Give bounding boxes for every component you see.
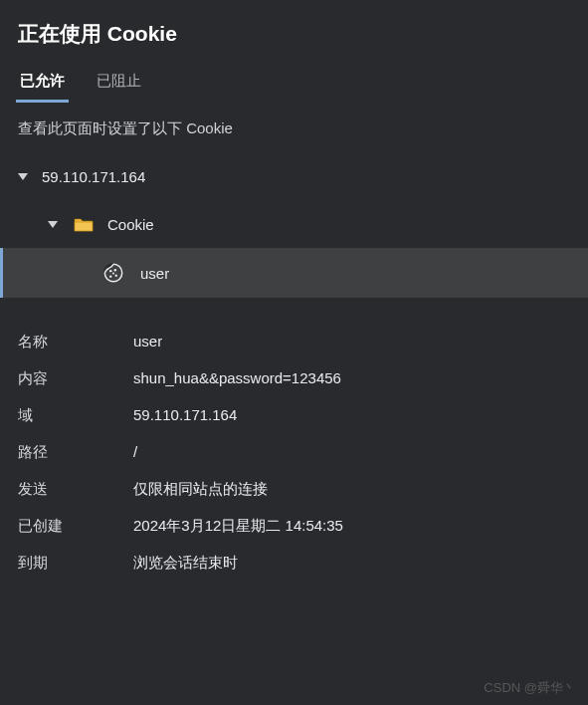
detail-label: 发送 (18, 480, 133, 499)
tree-folder-label: Cookie (107, 216, 154, 233)
description-text: 查看此页面时设置了以下 Cookie (0, 104, 588, 152)
detail-value: 59.110.171.164 (133, 406, 237, 425)
detail-value: user (133, 333, 162, 352)
detail-row-domain: 域 59.110.171.164 (18, 397, 570, 434)
cookie-details: 名称 user 内容 shun_hua&&password=123456 域 5… (0, 298, 588, 599)
detail-label: 内容 (18, 369, 133, 388)
detail-row-send: 发送 仅限相同站点的连接 (18, 471, 570, 508)
detail-label: 名称 (18, 333, 133, 352)
folder-icon (74, 216, 94, 232)
detail-label: 已创建 (18, 517, 133, 536)
dialog-title: 正在使用 Cookie (0, 0, 588, 62)
detail-row-name: 名称 user (18, 324, 570, 360)
detail-value: / (133, 443, 137, 462)
expand-triangle-icon (48, 221, 58, 228)
tree-domain-label: 59.110.171.164 (42, 168, 145, 185)
detail-row-expires: 到期 浏览会话结束时 (18, 545, 570, 582)
detail-value: 仅限相同站点的连接 (133, 480, 268, 499)
tab-blocked[interactable]: 已阻止 (95, 62, 143, 103)
detail-value: 浏览会话结束时 (133, 554, 238, 573)
tree-domain-row[interactable]: 59.110.171.164 (0, 152, 588, 200)
svg-point-1 (109, 270, 111, 272)
cookie-icon (102, 262, 124, 284)
svg-point-5 (112, 272, 114, 274)
cookie-tree: 59.110.171.164 Cookie user (0, 152, 588, 298)
svg-point-2 (114, 269, 116, 271)
detail-row-content: 内容 shun_hua&&password=123456 (18, 360, 570, 397)
tree-folder-row[interactable]: Cookie (0, 200, 588, 248)
expand-triangle-icon (18, 173, 28, 180)
detail-label: 到期 (18, 554, 133, 573)
tree-cookie-label: user (140, 265, 169, 282)
tree-cookie-row[interactable]: user (0, 248, 588, 298)
watermark: CSDN @舜华丶 (484, 679, 576, 697)
detail-value: 2024年3月12日星期二 14:54:35 (133, 517, 343, 536)
svg-point-3 (115, 275, 117, 277)
svg-point-4 (109, 275, 111, 277)
detail-value: shun_hua&&password=123456 (133, 369, 341, 388)
tab-allowed[interactable]: 已允许 (18, 62, 67, 103)
detail-label: 路径 (18, 443, 133, 462)
detail-row-path: 路径 / (18, 434, 570, 471)
tab-bar: 已允许 已阻止 (0, 62, 588, 104)
detail-label: 域 (18, 406, 133, 425)
detail-row-created: 已创建 2024年3月12日星期二 14:54:35 (18, 508, 570, 545)
